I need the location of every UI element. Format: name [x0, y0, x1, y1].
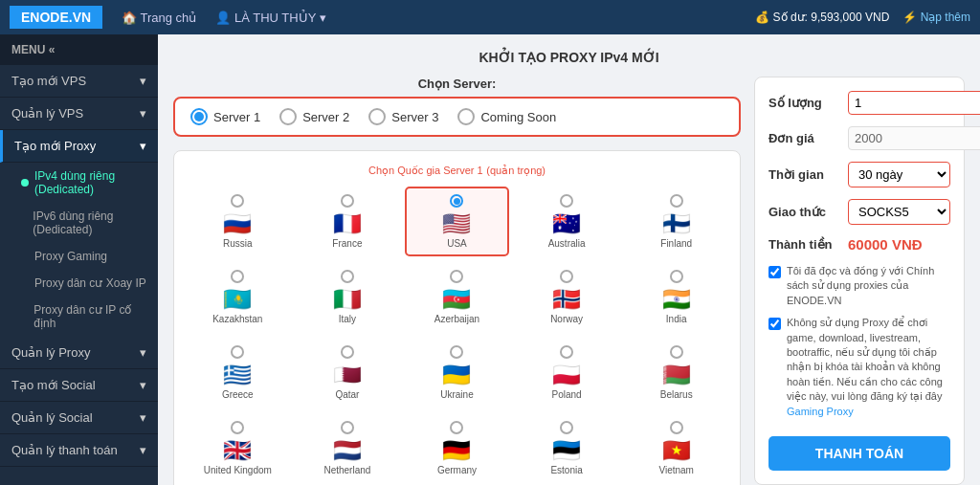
radio-server2[interactable] [279, 108, 297, 125]
dot-spacer [21, 219, 27, 227]
country-radio-14 [670, 345, 683, 359]
topnav-right: 💰 Số dư: 9,593,000 VND ⚡ Nạp thêm [755, 11, 970, 24]
country-item-belarus[interactable]: 🇧🇾Belarus [624, 338, 728, 408]
country-name-9: India [666, 314, 687, 324]
country-name-16: Netherland [323, 465, 370, 475]
country-item-france[interactable]: 🇫🇷France [296, 187, 400, 256]
country-item-italy[interactable]: 🇮🇹Italy [296, 262, 400, 332]
sidebar-sub-ipv4[interactable]: IPv4 dùng riêng (Dedicated) [0, 163, 158, 203]
country-item-india[interactable]: 🇮🇳India [624, 262, 728, 332]
country-item-azerbaijan[interactable]: 🇦🇿Azerbaijan [405, 262, 509, 332]
topnav-links: 🏠 Trang chủ 👤 LÀ THU THỦY ▾ [122, 11, 755, 25]
country-flag-11: 🇶🇦 [333, 364, 362, 386]
order-row-price: Đơn giá VNĐ/ngày [768, 126, 950, 150]
country-item-ukraine[interactable]: 🇺🇦Ukraine [405, 338, 509, 408]
country-radio-11 [341, 345, 354, 359]
country-item-australia[interactable]: 🇦🇺Australia [515, 187, 619, 256]
sidebar-item-quan-ly-thanh-toan[interactable]: Quản lý thanh toán ▾ [0, 434, 158, 467]
sidebar-item-quan-ly-vps[interactable]: Quản lý VPS ▾ [0, 98, 158, 130]
country-radio-10 [231, 345, 244, 359]
country-item-qatar[interactable]: 🇶🇦Qatar [296, 338, 400, 408]
country-radio-3 [560, 194, 573, 208]
country-name-1: France [332, 238, 362, 249]
balance-display: 💰 Số dư: 9,593,000 VND [755, 11, 889, 24]
country-flag-1: 🇫🇷 [333, 212, 362, 235]
checkbox-gaming-text: Không sử dụng Proxy để chơi game, downlo… [787, 316, 950, 419]
country-name-17: Germany [437, 465, 477, 475]
country-item-russia[interactable]: 🇷🇺Russia [186, 187, 290, 256]
price-input [848, 126, 980, 150]
sidebar-sub-codinh[interactable]: Proxy dân cư IP cố định [0, 297, 158, 337]
country-item-greece[interactable]: 🇬🇷Greece [186, 338, 290, 408]
quantity-input[interactable] [848, 91, 980, 115]
country-item-germany[interactable]: 🇩🇪Germany [405, 413, 509, 483]
server1-label: Server 1 [213, 110, 260, 124]
country-flag-18: 🇪🇪 [552, 439, 581, 462]
gaming-link[interactable]: Gaming Proxy [787, 406, 854, 417]
country-item-finland[interactable]: 🇫🇮Finland [624, 187, 728, 256]
country-subtitle: (quản trọng) [486, 165, 546, 176]
country-radio-16 [341, 421, 354, 434]
nap-button[interactable]: ⚡ Nạp thêm [902, 11, 970, 24]
sidebar-item-quan-ly-proxy[interactable]: Quản lý Proxy ▾ [0, 337, 158, 369]
server-option-2[interactable]: Server 2 [279, 108, 349, 125]
country-flag-14: 🇧🇾 [662, 364, 691, 386]
country-item-kazakhstan[interactable]: 🇰🇿Kazakhstan [186, 262, 290, 332]
server-option-1[interactable]: Server 1 [190, 108, 260, 125]
country-item-poland[interactable]: 🇵🇱Poland [515, 338, 619, 408]
country-name-18: Estonia [550, 465, 582, 475]
country-flag-13: 🇵🇱 [552, 364, 581, 386]
country-flag-5: 🇰🇿 [223, 288, 252, 311]
country-name-10: Greece [222, 389, 254, 400]
country-radio-6 [341, 270, 354, 283]
pay-button[interactable]: THANH TOÁN [768, 436, 950, 471]
order-row-time: Thời gian 30 ngày 7 ngày 1 ngày [768, 162, 950, 187]
radio-coming[interactable] [457, 108, 475, 125]
checkbox-gaming[interactable] [768, 318, 781, 330]
server3-label: Server 3 [391, 110, 438, 124]
checkbox-terms[interactable] [768, 266, 781, 278]
country-item-usa[interactable]: 🇺🇸USA [405, 187, 509, 256]
country-name-15: United Kingdom [204, 465, 272, 475]
country-radio-5 [231, 270, 244, 283]
sidebar-item-tao-moi-vps[interactable]: Tạo mới VPS ▾ [0, 65, 158, 98]
page-title: KHỞI TẠO PROXY IPv4 MỚI [173, 50, 965, 65]
country-item-vietnam[interactable]: 🇻🇳Vietnam [624, 413, 728, 483]
country-radio-19 [670, 421, 683, 434]
time-select[interactable]: 30 ngày 7 ngày 1 ngày [848, 162, 950, 187]
sidebar-item-tao-moi-social[interactable]: Tạo mới Social ▾ [0, 369, 158, 402]
dot-icon-ipv4 [21, 179, 29, 187]
topnav-user[interactable]: 👤 LÀ THU THỦY ▾ [215, 11, 325, 25]
country-flag-9: 🇮🇳 [662, 288, 691, 311]
sidebar-item-quan-ly-social[interactable]: Quản lý Social ▾ [0, 402, 158, 434]
sidebar: MENU « Tạo mới VPS ▾ Quản lý VPS ▾ Tạo m… [0, 34, 158, 485]
time-label: Thời gian [768, 167, 840, 182]
country-name-2: USA [447, 238, 467, 249]
protocol-select[interactable]: SOCKS5 HTTP [848, 199, 950, 225]
country-item-norway[interactable]: 🇳🇴Norway [515, 262, 619, 332]
country-name-0: Russia [223, 238, 253, 249]
country-item-netherland[interactable]: 🇳🇱Netherland [296, 413, 400, 483]
country-flag-3: 🇦🇺 [552, 212, 581, 235]
country-name-13: Poland [552, 389, 582, 400]
country-item-united-kingdom[interactable]: 🇬🇧United Kingdom [186, 413, 290, 483]
radio-server3[interactable] [368, 108, 386, 125]
sidebar-sub-ipv6[interactable]: IPv6 dùng riêng (Dedicated) [0, 203, 158, 243]
country-radio-7 [450, 270, 463, 283]
country-flag-4: 🇫🇮 [662, 212, 691, 235]
sidebar-sub-xoay[interactable]: Proxy dân cư Xoay IP [0, 270, 158, 297]
topnav-home[interactable]: 🏠 Trang chủ [122, 11, 196, 25]
dot-spacer3 [21, 279, 29, 287]
order-row-total: Thành tiền 60000 VNĐ [768, 236, 950, 253]
country-item-estonia[interactable]: 🇪🇪Estonia [515, 413, 619, 483]
radio-server1[interactable] [190, 108, 208, 125]
server-option-3[interactable]: Server 3 [368, 108, 438, 125]
radio-server1-inner [194, 112, 204, 121]
country-grid: 🇷🇺Russia🇫🇷France🇺🇸USA🇦🇺Australia🇫🇮Finlan… [186, 187, 728, 485]
main-content: Chọn Server: Server 1 Server 2 Se [173, 77, 965, 485]
total-label: Thành tiền [768, 237, 840, 252]
server-option-coming[interactable]: Coming Soon [457, 108, 556, 125]
sidebar-header: MENU « [0, 34, 158, 65]
sidebar-item-tao-moi-proxy[interactable]: Tạo mới Proxy ▾ [0, 130, 158, 163]
sidebar-sub-gaming[interactable]: Proxy Gaming [0, 243, 158, 270]
